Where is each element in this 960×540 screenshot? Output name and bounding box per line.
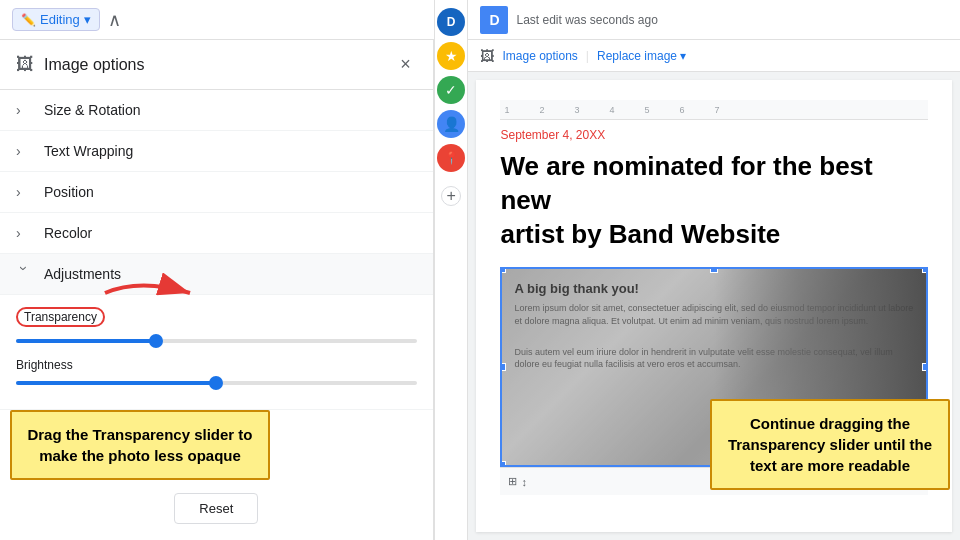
size-rotation-section[interactable]: › Size & Rotation (0, 90, 433, 131)
handle-tc[interactable] (710, 267, 718, 273)
transparency-slider-container: Transparency (16, 307, 417, 343)
handle-ml[interactable] (500, 363, 506, 371)
editing-label: Editing (40, 12, 80, 27)
doc-letter: D (489, 12, 499, 28)
ruler-mark-3: 3 (575, 105, 580, 115)
editing-button[interactable]: ✏️ Editing ▾ (12, 8, 100, 31)
doc-format-icon: 🖼 (480, 48, 494, 64)
left-panel: ✏️ Editing ▾ ∧ 🖼 Image options × › Size … (0, 0, 434, 540)
date-label: September 4, 20XX (500, 128, 928, 142)
size-rotation-label: Size & Rotation (44, 102, 141, 118)
ruler-mark-7: 7 (715, 105, 720, 115)
red-arrow-annotation (100, 268, 200, 318)
last-edit-text: Last edit was seconds ago (516, 13, 657, 27)
ruler-mark-6: 6 (680, 105, 685, 115)
brightness-label: Brightness (16, 358, 73, 372)
transparency-track (16, 339, 417, 343)
handle-tr[interactable] (922, 267, 928, 273)
right-callout-box: Continue dragging the Transparency slide… (710, 399, 950, 490)
doc-icon: D (480, 6, 508, 34)
handle-mr[interactable] (922, 363, 928, 371)
reset-container: Reset (0, 477, 433, 540)
docs-side-icon[interactable]: D (437, 8, 465, 36)
image-icon: 🖼 (16, 54, 34, 75)
chevron-right-icon-2: › (16, 143, 32, 159)
heading-line2: artist by Band Website (500, 219, 780, 249)
replace-image-link[interactable]: Replace image ▾ (597, 49, 686, 63)
panel-title: Image options (44, 56, 145, 74)
check-side-icon[interactable]: ✓ (437, 76, 465, 104)
reset-button[interactable]: Reset (174, 493, 258, 524)
brightness-slider-container: Brightness (16, 355, 417, 385)
chevron-down-icon: › (16, 266, 32, 282)
top-bar: ✏️ Editing ▾ ∧ (0, 0, 434, 40)
chevron-right-icon: › (16, 102, 32, 118)
maps-side-icon[interactable]: 📍 (437, 144, 465, 172)
right-callout-text: Continue dragging the Transparency slide… (726, 413, 934, 476)
adjustments-content: Transparency Brightness (0, 295, 433, 410)
panel-header-left: 🖼 Image options (16, 54, 145, 75)
transparency-label: Transparency (16, 307, 105, 327)
brightness-fill (16, 381, 216, 385)
add-icon[interactable]: + (441, 186, 461, 206)
person-side-icon[interactable]: 👤 (437, 110, 465, 138)
heading-line1: We are nominated for the best new (500, 151, 872, 215)
recolor-section[interactable]: › Recolor (0, 213, 433, 254)
left-callout-box: Drag the Transparency slider to make the… (10, 410, 270, 480)
chevron-right-icon-3: › (16, 184, 32, 200)
brightness-thumb[interactable] (209, 376, 223, 390)
doc-toolbar: D Last edit was seconds ago (468, 0, 960, 40)
side-icons-panel: D ★ ✓ 👤 📍 + (434, 0, 469, 540)
text-wrapping-label: Text Wrapping (44, 143, 133, 159)
position-label: Position (44, 184, 94, 200)
transparency-fill (16, 339, 156, 343)
handle-bl[interactable] (500, 461, 506, 467)
pencil-icon: ✏️ (21, 13, 36, 27)
ruler-mark-5: 5 (645, 105, 650, 115)
ruler-mark-1: 1 (504, 105, 509, 115)
star-side-icon[interactable]: ★ (437, 42, 465, 70)
position-section[interactable]: › Position (0, 172, 433, 213)
panel-header: 🖼 Image options × (0, 40, 433, 90)
doc-heading: We are nominated for the best new artist… (500, 150, 928, 251)
ruler: 1 2 3 4 5 6 7 (500, 100, 928, 120)
ruler-mark-4: 4 (610, 105, 615, 115)
recolor-label: Recolor (44, 225, 92, 241)
brightness-track (16, 381, 417, 385)
chevron-icon: ▾ (84, 12, 91, 27)
image-options-link[interactable]: Image options (502, 49, 577, 63)
adjustments-section[interactable]: › Adjustments (0, 254, 433, 295)
toolbar-icon-1[interactable]: ⊞ (508, 475, 517, 488)
left-callout-text: Drag the Transparency slider to make the… (26, 424, 254, 466)
text-wrapping-section[interactable]: › Text Wrapping (0, 131, 433, 172)
toolbar-icon-2[interactable]: ↕ (521, 476, 527, 488)
close-button[interactable]: × (394, 52, 417, 77)
doc-secondary-toolbar: 🖼 Image options | Replace image ▾ (468, 40, 960, 72)
ruler-mark-2: 2 (539, 105, 544, 115)
separator: | (586, 49, 589, 63)
handle-tl[interactable] (500, 267, 506, 273)
chevron-right-icon-4: › (16, 225, 32, 241)
expand-icon[interactable]: ∧ (108, 9, 121, 31)
right-panel: D Last edit was seconds ago 🖼 Image opti… (468, 0, 960, 540)
transparency-thumb[interactable] (149, 334, 163, 348)
